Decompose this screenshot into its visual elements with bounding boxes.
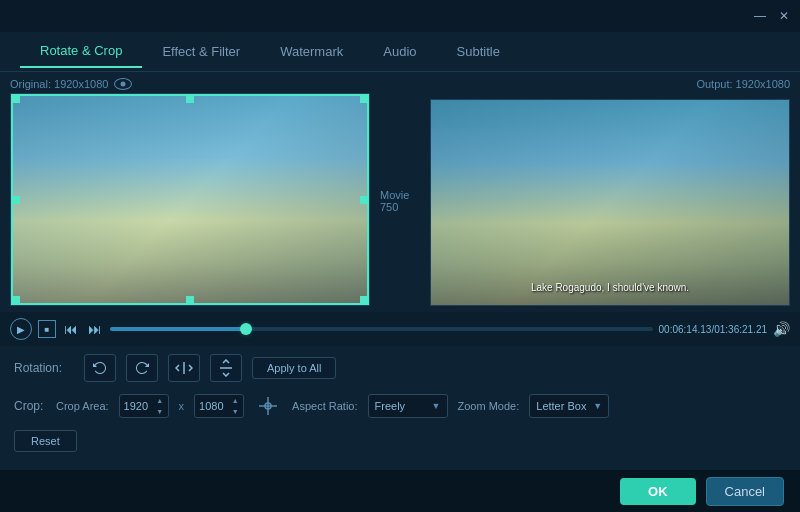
minimize-button[interactable]: — bbox=[752, 8, 768, 24]
crop-handle-bm[interactable] bbox=[186, 296, 194, 304]
rotation-label: Rotation: bbox=[14, 361, 74, 375]
crop-handle-ml[interactable] bbox=[12, 196, 20, 204]
stop-button[interactable]: ■ bbox=[38, 320, 56, 338]
bottom-bar: OK Cancel bbox=[0, 470, 800, 512]
crop-center-button[interactable] bbox=[254, 392, 282, 420]
crop-area-label: Crop Area: bbox=[56, 400, 109, 412]
reset-button[interactable]: Reset bbox=[14, 430, 77, 452]
crop-width-group: ▲ ▼ bbox=[119, 394, 169, 418]
time-total: 01:36:21.21 bbox=[714, 324, 767, 335]
volume-icon: 🔊 bbox=[773, 321, 790, 337]
aspect-ratio-value: Freely bbox=[375, 400, 406, 412]
eye-icon[interactable] bbox=[114, 78, 132, 90]
width-spinners: ▲ ▼ bbox=[153, 395, 167, 417]
rotate-ccw-button[interactable] bbox=[84, 354, 116, 382]
flip-vertical-button[interactable] bbox=[210, 354, 242, 382]
prev-frame-button[interactable]: ⏮ bbox=[62, 319, 80, 339]
crop-height-group: ▲ ▼ bbox=[194, 394, 244, 418]
time-current: 00:06:14.13 bbox=[659, 324, 712, 335]
crop-overlay[interactable] bbox=[11, 94, 369, 305]
output-label: Output: 1920x1080 bbox=[696, 78, 790, 90]
ok-button[interactable]: OK bbox=[620, 478, 696, 505]
playback-bar: ▶ ■ ⏮ ⏭ 00:06:14.13/01:36:21.21 🔊 bbox=[0, 312, 800, 346]
original-label-row: Original: 1920x1080 bbox=[10, 78, 370, 90]
output-preview-canvas: Lake Rogagudo, I should've known. bbox=[430, 99, 790, 306]
width-down-button[interactable]: ▼ bbox=[153, 406, 167, 417]
cancel-button[interactable]: Cancel bbox=[706, 477, 784, 506]
crop-handle-tm[interactable] bbox=[186, 95, 194, 103]
apply-to-all-button[interactable]: Apply to All bbox=[252, 357, 336, 379]
crop-handle-br[interactable] bbox=[360, 296, 368, 304]
crop-label: Crop: bbox=[14, 399, 46, 413]
play-icon: ▶ bbox=[17, 324, 25, 335]
prev-frame-icon: ⏮ bbox=[64, 321, 78, 337]
tab-watermark[interactable]: Watermark bbox=[260, 36, 363, 67]
zoom-mode-select[interactable]: Letter Box ▼ bbox=[529, 394, 609, 418]
time-display: 00:06:14.13/01:36:21.21 bbox=[659, 324, 767, 335]
close-button[interactable]: ✕ bbox=[776, 8, 792, 24]
x-separator: x bbox=[179, 400, 185, 412]
subtitle-overlay: Lake Rogagudo, I should've known. bbox=[531, 282, 689, 293]
tab-effect-filter[interactable]: Effect & Filter bbox=[142, 36, 260, 67]
next-frame-icon: ⏭ bbox=[88, 321, 102, 337]
zoom-mode-label: Zoom Mode: bbox=[458, 400, 520, 412]
volume-button[interactable]: 🔊 bbox=[773, 321, 790, 337]
reset-row: Reset bbox=[14, 430, 786, 452]
title-bar: — ✕ bbox=[0, 0, 800, 32]
crop-handle-tr[interactable] bbox=[360, 95, 368, 103]
next-frame-button[interactable]: ⏭ bbox=[86, 319, 104, 339]
tab-rotate-crop[interactable]: Rotate & Crop bbox=[20, 35, 142, 68]
height-up-button[interactable]: ▲ bbox=[228, 395, 242, 406]
crop-row: Crop: Crop Area: ▲ ▼ x ▲ ▼ bbox=[14, 392, 786, 420]
width-up-button[interactable]: ▲ bbox=[153, 395, 167, 406]
tab-audio[interactable]: Audio bbox=[363, 36, 436, 67]
aspect-ratio-label: Aspect Ratio: bbox=[292, 400, 357, 412]
output-preview-panel: Output: 1920x1080 Lake Rogagudo, I shoul… bbox=[430, 78, 790, 306]
play-button[interactable]: ▶ bbox=[10, 318, 32, 340]
progress-track[interactable] bbox=[110, 327, 653, 331]
aspect-ratio-select[interactable]: Freely ▼ bbox=[368, 394, 448, 418]
stop-icon: ■ bbox=[45, 325, 50, 334]
zoom-mode-value: Letter Box bbox=[536, 400, 586, 412]
crop-handle-mr[interactable] bbox=[360, 196, 368, 204]
rotation-row: Rotation: Apply to All bbox=[14, 354, 786, 382]
height-spinners: ▲ ▼ bbox=[228, 395, 242, 417]
preview-area: Original: 1920x1080 Movie 750 bbox=[0, 72, 800, 312]
rotate-cw-button[interactable] bbox=[126, 354, 158, 382]
zoom-mode-arrow-icon: ▼ bbox=[593, 401, 602, 411]
movie-label: Movie 750 bbox=[380, 189, 420, 213]
divider-label: Movie 750 bbox=[380, 78, 420, 306]
crop-height-input[interactable]: ▲ ▼ bbox=[194, 394, 244, 418]
original-preview-canvas bbox=[10, 93, 370, 306]
aspect-ratio-arrow-icon: ▼ bbox=[432, 401, 441, 411]
tabs-bar: Rotate & Crop Effect & Filter Watermark … bbox=[0, 32, 800, 72]
crop-handle-bl[interactable] bbox=[12, 296, 20, 304]
flip-horizontal-button[interactable] bbox=[168, 354, 200, 382]
controls-area: Rotation: Apply to All Crop: Crop bbox=[0, 346, 800, 470]
original-label: Original: 1920x1080 bbox=[10, 78, 108, 90]
height-down-button[interactable]: ▼ bbox=[228, 406, 242, 417]
original-preview-panel: Original: 1920x1080 bbox=[10, 78, 370, 306]
tab-subtitle[interactable]: Subtitle bbox=[437, 36, 520, 67]
crop-width-input[interactable]: ▲ ▼ bbox=[119, 394, 169, 418]
crop-handle-tl[interactable] bbox=[12, 95, 20, 103]
